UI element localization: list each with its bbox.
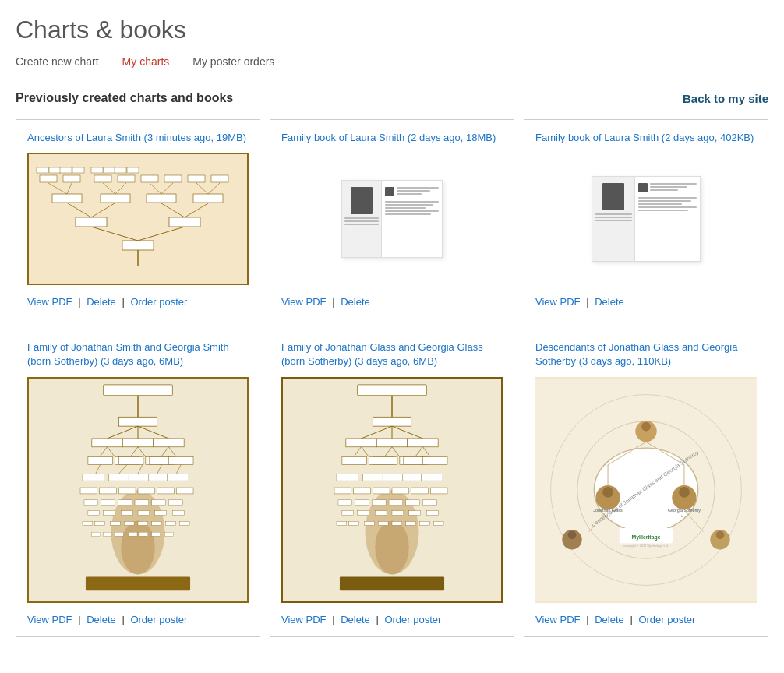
card-4-delete[interactable]: Delete: [87, 614, 116, 625]
svg-rect-129: [363, 474, 385, 481]
card-4-view-pdf[interactable]: View PDF: [27, 614, 72, 625]
svg-rect-74: [138, 488, 155, 494]
card-6-order-poster[interactable]: Order poster: [638, 614, 695, 625]
card-1-order-poster[interactable]: Order poster: [130, 296, 187, 308]
svg-rect-76: [176, 488, 193, 494]
svg-rect-82: [168, 499, 182, 505]
card-5-delete[interactable]: Delete: [341, 614, 370, 625]
svg-rect-145: [342, 510, 354, 515]
card-3-delete[interactable]: Delete: [595, 296, 624, 308]
card-3-actions: View PDF | Delete: [535, 296, 757, 308]
svg-line-116: [384, 446, 392, 456]
card-5-title[interactable]: Family of Jonathan Glass and Georgia Gla…: [281, 340, 503, 368]
svg-line-15: [67, 183, 72, 194]
svg-rect-53: [88, 456, 113, 464]
svg-rect-133: [334, 488, 351, 494]
svg-line-117: [392, 446, 400, 456]
svg-line-47: [100, 446, 108, 456]
svg-line-52: [168, 446, 176, 456]
chart-card-4: Family of Jonathan Smith and Georgia Smi…: [16, 329, 260, 636]
card-5-view-pdf[interactable]: View PDF: [281, 614, 327, 625]
chart-card-2: Family book of Laura Smith (2 days ago, …: [270, 119, 514, 319]
svg-rect-68: [129, 474, 150, 481]
svg-rect-10: [52, 194, 82, 203]
svg-rect-13: [193, 194, 223, 203]
svg-rect-71: [80, 488, 97, 494]
card-6-title[interactable]: Descendants of Jonathan Glass and Georgi…: [535, 340, 757, 368]
card-6-preview: Descendants of Jonathan Glass and Georgi…: [535, 377, 757, 603]
svg-text:b. ...: b. ...: [681, 514, 688, 518]
card-1-tree: [27, 153, 249, 285]
svg-rect-97: [92, 532, 101, 536]
svg-rect-144: [422, 499, 436, 505]
svg-rect-134: [354, 488, 371, 494]
svg-rect-139: [338, 499, 352, 505]
svg-rect-23: [63, 175, 80, 182]
svg-rect-29: [211, 175, 228, 182]
card-4-order-poster[interactable]: Order poster: [130, 614, 187, 625]
card-5-tree: [281, 377, 503, 603]
svg-rect-125: [422, 456, 447, 464]
svg-rect-113: [408, 438, 438, 446]
card-3-title[interactable]: Family book of Laura Smith (2 days ago, …: [535, 131, 757, 145]
svg-line-115: [362, 446, 369, 456]
svg-rect-90: [95, 521, 105, 525]
svg-rect-11: [101, 194, 130, 203]
svg-rect-84: [104, 510, 115, 515]
svg-rect-70: [167, 474, 189, 481]
svg-rect-88: [172, 510, 184, 515]
svg-rect-77: [84, 499, 98, 505]
svg-rect-102: [152, 532, 161, 536]
card-3-book: [592, 176, 701, 262]
svg-rect-24: [94, 175, 111, 182]
card-4-title[interactable]: Family of Jonathan Smith and Georgia Smi…: [27, 340, 249, 368]
svg-line-119: [422, 446, 430, 456]
svg-rect-75: [157, 488, 175, 494]
back-to-site-link[interactable]: Back to my site: [683, 92, 768, 105]
card-1-actions: View PDF | Delete | Order poster: [27, 296, 249, 308]
svg-rect-86: [138, 510, 150, 515]
svg-rect-103: [165, 532, 174, 536]
svg-text:copyright © 2017 MyHeritage Lt: copyright © 2017 MyHeritage Ltd.: [623, 544, 669, 548]
card-1-view-pdf[interactable]: View PDF: [27, 296, 72, 308]
svg-rect-96: [179, 521, 189, 525]
svg-line-51: [161, 446, 169, 456]
svg-rect-67: [109, 474, 131, 481]
svg-line-9: [185, 203, 208, 217]
card-4-preview: [27, 377, 249, 603]
card-2-view-pdf[interactable]: View PDF: [281, 296, 327, 308]
section-title: Previously created charts and books: [16, 91, 233, 105]
svg-rect-136: [392, 488, 409, 494]
svg-rect-120: [342, 456, 367, 464]
card-5-order-poster[interactable]: Order poster: [384, 614, 441, 625]
svg-point-168: [602, 487, 613, 498]
card-2-title[interactable]: Family book of Laura Smith (2 days ago, …: [281, 131, 503, 145]
card-2-preview: [281, 153, 503, 285]
card-1-title[interactable]: Ancestors of Laura Smith (3 minutes ago,…: [27, 131, 249, 145]
card-1-delete[interactable]: Delete: [87, 296, 116, 308]
svg-line-108: [362, 426, 392, 439]
svg-line-20: [196, 183, 208, 194]
svg-rect-155: [392, 521, 402, 525]
svg-line-42: [138, 426, 168, 439]
card-3-view-pdf[interactable]: View PDF: [535, 296, 581, 308]
card-6-delete[interactable]: Delete: [595, 614, 624, 625]
svg-rect-34: [91, 167, 103, 173]
svg-rect-143: [406, 499, 420, 505]
card-2-delete[interactable]: Delete: [341, 296, 370, 308]
svg-rect-89: [83, 521, 93, 525]
nav-create-new-chart[interactable]: Create new chart: [16, 55, 107, 68]
svg-point-65: [121, 520, 154, 574]
nav-my-charts[interactable]: My charts: [122, 55, 178, 68]
svg-rect-31: [49, 167, 61, 173]
svg-point-172: [679, 487, 690, 498]
svg-rect-130: [383, 474, 404, 481]
svg-rect-32: [60, 167, 72, 173]
svg-rect-91: [110, 521, 120, 525]
svg-rect-153: [364, 521, 374, 525]
card-6-view-pdf[interactable]: View PDF: [535, 614, 581, 625]
card-2-actions: View PDF | Delete: [281, 296, 503, 308]
svg-rect-78: [101, 499, 115, 505]
svg-rect-95: [166, 521, 176, 525]
nav-my-poster-orders[interactable]: My poster orders: [192, 55, 282, 68]
